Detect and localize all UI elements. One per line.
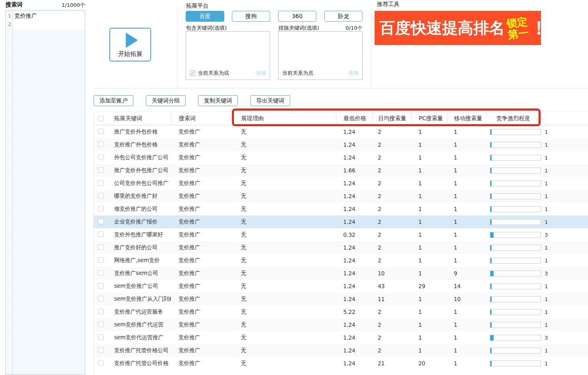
competition-value: 1 [545, 193, 548, 199]
cell-search-word: 竞价推广 [171, 308, 233, 316]
table-row[interactable]: 做竞价推广的公司 竞价推广 无 1.24 2 1 1 1 [94, 203, 588, 215]
line-number-gutter: 1 2 [6, 10, 13, 374]
table-row[interactable]: 哪里的竞价推广好 竞价推广 无 1.24 2 1 1 1 [94, 190, 588, 203]
promo-banner[interactable]: 百度快速提高排名 锁定 第一 ！ [375, 11, 541, 45]
competition-value: 3 [545, 232, 548, 238]
platform-button-baidu[interactable]: 百度 [186, 11, 224, 22]
cell-mobile-search: 1 [447, 141, 486, 148]
row-checkbox[interactable] [98, 347, 104, 353]
table-row[interactable]: 推广竞价好的公司 竞价推广 无 1.24 2 1 1 1 [94, 241, 588, 254]
cell-expanded-keyword: 竞价推广sem公司 [107, 270, 171, 277]
row-checkbox[interactable] [98, 193, 104, 199]
cell-display-reason: 无 [233, 283, 336, 290]
cell-daily-search: 2 [372, 193, 411, 199]
row-checkbox[interactable] [98, 244, 104, 250]
row-checkbox[interactable] [98, 360, 104, 366]
cell-pc-search: 1 [411, 154, 447, 161]
row-checkbox[interactable] [98, 232, 104, 237]
editor-content[interactable]: 竞价推广 [13, 10, 85, 374]
cell-pc-search: 1 [411, 141, 447, 148]
cell-pc-search: 1 [411, 219, 447, 225]
table-row[interactable]: sem竞价代运营推广 竞价推广 无 1.24 2 1 1 3 [94, 331, 588, 344]
keyword-group-button[interactable]: 关键词分组 [146, 95, 186, 106]
cell-competition: 3 [486, 232, 588, 238]
col-header-competition: 竞争激烈程度 [486, 112, 588, 125]
col-header-min-price: 最低价格 [336, 112, 372, 125]
search-words-editor[interactable]: 1 2 竞价推广 [5, 10, 85, 375]
cell-display-reason: 无 [233, 193, 336, 200]
cell-min-price: 1.24 [336, 154, 372, 161]
table-row[interactable]: sem竞价推广公司 竞价推广 无 1.24 43 29 14 1 [94, 280, 588, 293]
cell-search-word: 竞价推广 [171, 205, 233, 213]
table-row[interactable]: 企业竞价推广报价 竞价推广 无 1.24 2 1 1 1 [94, 215, 588, 228]
competition-value: 1 [545, 206, 548, 212]
row-checkbox[interactable] [98, 180, 104, 186]
cell-daily-search: 21 [372, 360, 411, 367]
exclude-clear-link[interactable]: 清除 [348, 70, 359, 77]
table-row[interactable]: 推广竞价外包推广公司 竞价推广 无 1.66 2 1 1 1 [94, 164, 588, 177]
cell-display-reason: 无 [233, 205, 336, 213]
cell-min-price: 5.22 [336, 309, 372, 315]
cell-pc-search: 1 [411, 322, 447, 328]
row-checkbox[interactable] [98, 322, 104, 327]
relation-or-label: 当前关系为或 [198, 70, 229, 77]
relation-or-checkbox[interactable]: ✓ [190, 70, 195, 76]
row-checkbox[interactable] [98, 296, 104, 301]
row-checkbox[interactable] [98, 283, 104, 289]
cell-competition: 3 [486, 270, 588, 277]
export-keywords-button[interactable]: 导出关键词 [250, 95, 290, 106]
promo-banner-exclamation: ！ [530, 16, 541, 41]
table-row[interactable]: 竞价外包推广哪家好 竞价推广 无 0.32 2 1 1 3 [94, 228, 588, 241]
table-row[interactable]: sem竞价推广从入门到精通 竞价推广 无 1.24 11 1 10 1 [94, 293, 588, 305]
cell-daily-search: 10 [372, 270, 411, 277]
row-checkbox[interactable] [98, 270, 104, 276]
cell-mobile-search: 14 [447, 283, 486, 289]
platform-button-wolong[interactable]: 卧龙 [324, 11, 363, 22]
start-expansion-button[interactable]: 开始拓展 [109, 28, 151, 61]
table-row[interactable]: sem竞价推广代运营 竞价推广 无 1.24 2 1 1 1 [94, 318, 588, 331]
row-checkbox[interactable] [98, 167, 104, 173]
cell-pc-search: 1 [411, 334, 447, 341]
row-checkbox[interactable] [98, 206, 104, 211]
table-row[interactable]: 推广竞价外包价格 竞价推广 无 1.24 2 1 1 1 [94, 125, 588, 138]
include-clear-link[interactable]: 清除 [256, 70, 266, 77]
table-row[interactable]: 竞价推广托管公司价格 竞价推广 无 1.24 21 20 1 1 [94, 357, 588, 370]
cell-competition: 1 [486, 155, 588, 161]
platform-button-360[interactable]: 360 [278, 11, 316, 22]
row-checkbox[interactable] [98, 309, 104, 314]
cell-min-price: 1.24 [336, 296, 372, 302]
exclude-keywords-input[interactable]: 当前关系为且 清除 [278, 31, 363, 80]
competition-bar [490, 155, 541, 161]
table-row[interactable]: 外包公司竞价推广公司 竞价推广 无 1.24 2 1 1 1 [94, 151, 588, 164]
table-row[interactable]: 竞价推广托管价格公司 竞价推广 无 1.24 2 1 1 1 [94, 344, 588, 357]
select-all-checkbox[interactable] [98, 116, 104, 121]
cell-mobile-search: 1 [447, 167, 486, 174]
cell-search-word: 竞价推广 [171, 193, 233, 200]
table-row[interactable]: 竞价推广外包价格 竞价推广 无 1.24 2 1 1 1 [94, 138, 588, 151]
cell-min-price: 1.24 [336, 193, 372, 199]
row-checkbox[interactable] [98, 219, 104, 224]
cell-pc-search: 1 [411, 347, 447, 354]
cell-pc-search: 1 [411, 129, 447, 135]
competition-value: 1 [545, 309, 548, 315]
row-checkbox[interactable] [98, 257, 104, 263]
row-checkbox[interactable] [98, 154, 104, 160]
cell-daily-search: 2 [372, 206, 411, 212]
copy-keywords-button[interactable]: 复制关键词 [198, 95, 238, 106]
vertical-divider [177, 7, 178, 88]
table-row[interactable]: 竞价推广sem公司 竞价推广 无 1.24 10 1 9 3 [94, 267, 588, 280]
cell-pc-search: 1 [411, 180, 447, 186]
row-checkbox[interactable] [98, 334, 104, 340]
cell-search-word: 竞价推广 [171, 231, 233, 238]
cell-expanded-keyword: 企业竞价推广报价 [107, 218, 171, 225]
platform-button-sogou[interactable]: 搜狗 [232, 11, 270, 22]
include-keywords-input[interactable]: ✓ 当前关系为或 清除 [186, 31, 270, 80]
row-checkbox[interactable] [98, 141, 104, 147]
row-checkbox[interactable] [98, 129, 104, 134]
add-to-account-button[interactable]: 添加至账户 [94, 95, 133, 106]
competition-value: 1 [545, 322, 548, 328]
table-row[interactable]: 公司竞价外包公司推广 竞价推广 无 1.24 2 1 1 1 [94, 177, 588, 190]
table-row[interactable]: 网络推广,sem竞价 竞价推广 无 1.24 2 1 1 1 [94, 254, 588, 267]
cell-mobile-search: 1 [447, 154, 486, 161]
table-row[interactable]: 竞价推广代运营服务 竞价推广 无 5.22 2 1 1 1 [94, 305, 588, 318]
